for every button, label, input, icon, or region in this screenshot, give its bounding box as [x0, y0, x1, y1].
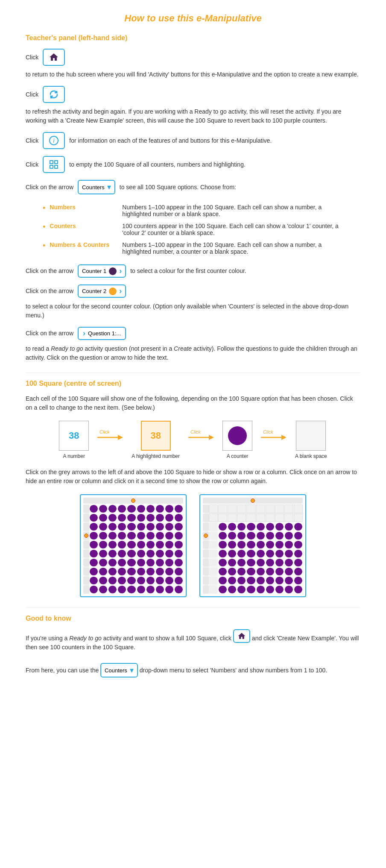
dot-cell	[118, 559, 126, 566]
dot-cell	[257, 577, 265, 584]
teachers-panel-heading: Teacher's panel (left-hand side)	[26, 34, 360, 42]
dot-cell	[118, 541, 126, 548]
grid-side-cell	[83, 531, 89, 540]
orange-dot-top-2	[251, 499, 255, 503]
grid-side-cell	[203, 585, 209, 594]
hidden-cell	[209, 567, 218, 576]
hidden-cell	[209, 585, 218, 594]
dot-cell	[99, 568, 107, 575]
dot-cell	[175, 559, 183, 566]
dot-cell	[90, 523, 98, 531]
empty-cell	[294, 513, 303, 522]
counter-dot	[228, 426, 247, 445]
blank-cell-demo: A blank space	[295, 421, 327, 459]
counters-dropdown[interactable]: Counters ▾	[78, 180, 115, 194]
dot-cell	[137, 505, 145, 513]
dot-cell	[257, 586, 265, 593]
grid-body-2	[203, 504, 303, 594]
counter2-button[interactable]: Counter 2 ›	[78, 284, 126, 298]
dot-cell	[156, 523, 164, 531]
grid-side-bar	[83, 504, 89, 594]
dot-cell	[228, 559, 236, 566]
hidden-cell	[209, 549, 218, 558]
dot-cell	[165, 577, 173, 584]
hidden-cell	[209, 540, 218, 549]
svg-rect-3	[55, 161, 58, 164]
dot-cell	[137, 514, 145, 522]
grid-side-cell	[203, 513, 209, 522]
empty-cell	[275, 513, 284, 522]
dot-cell	[108, 541, 117, 548]
dropdown-click-label: Click on the arrow	[26, 183, 73, 192]
dot-cell	[99, 541, 107, 548]
highlighted-label: A highlighted number	[132, 453, 180, 459]
dot-cell	[127, 550, 135, 557]
counters-dropdown-row: Click on the arrow Counters ▾ to see all…	[26, 180, 360, 194]
question-button[interactable]: › Question 1:...	[78, 327, 126, 340]
highlighted-value: 38	[150, 430, 161, 441]
highlighted-cell-demo: 38 A highlighted number	[132, 421, 180, 459]
dot-cell	[175, 505, 183, 513]
grid-side-cell	[83, 558, 89, 567]
dot-cell	[146, 577, 155, 584]
dot-cell	[294, 568, 302, 575]
grid-side-cell	[203, 531, 209, 540]
good-to-know-para2: From here, you can use the Counters ▾ dr…	[26, 663, 360, 677]
dot-cell	[285, 550, 293, 557]
counter2-label: Counter 2	[82, 288, 106, 294]
options-table: • Numbers Numbers 1–100 appear in the 10…	[43, 201, 360, 258]
dot-cell	[257, 541, 265, 548]
refresh-button[interactable]	[43, 86, 65, 103]
dot-cell	[237, 550, 246, 557]
counter1-button[interactable]: Counter 1 ›	[78, 264, 126, 278]
refresh-icon	[49, 89, 59, 100]
number-cell-demo: 38 A number	[59, 421, 89, 459]
dot-cell	[294, 541, 302, 548]
counter2-description: to select a colour for the second counte…	[26, 302, 360, 320]
dot-cell	[118, 514, 126, 522]
dot-cell	[127, 505, 135, 513]
dot-cell	[99, 505, 107, 513]
grid-body	[83, 504, 183, 594]
counters-dropdown-2[interactable]: Counters ▾	[100, 663, 138, 677]
dot-cell	[165, 523, 173, 531]
grids-illustration	[26, 494, 360, 597]
dot-cell	[257, 523, 265, 531]
info-button[interactable]: i	[43, 132, 65, 149]
dot-cell	[266, 559, 274, 566]
counter1-click-label: Click on the arrow	[26, 267, 73, 276]
dot-cell	[219, 523, 227, 531]
option-counters-label: Counters	[50, 223, 76, 229]
grid-icon	[49, 159, 59, 170]
empty-cell	[266, 504, 275, 513]
dot-cell	[137, 568, 145, 575]
home-icon-2	[237, 632, 246, 640]
dot-cell	[175, 586, 183, 593]
svg-text:i: i	[53, 138, 55, 144]
dot-cell	[156, 514, 164, 522]
dot-cell	[146, 532, 155, 540]
grid-side-cell	[203, 540, 209, 549]
option-numbers-desc: Numbers 1–100 appear in the 100 Square. …	[122, 204, 322, 217]
dot-cell	[156, 586, 164, 593]
dot-cell	[118, 505, 126, 513]
blank-label: A blank space	[295, 453, 327, 459]
empty-button[interactable]	[43, 156, 65, 173]
grid-top-bar-2	[203, 498, 303, 504]
home-icon	[49, 52, 59, 62]
home-button[interactable]	[43, 49, 65, 66]
empty-cell	[246, 504, 255, 513]
counter1-description: to select a colour for the first counter…	[130, 267, 246, 276]
svg-text:Click: Click	[263, 429, 273, 434]
svg-marker-14	[281, 435, 287, 440]
grid-side-cell	[203, 576, 209, 585]
dot-cell	[127, 541, 135, 548]
hundred-square-section: 100 Square (centre of screen) Each cell …	[26, 380, 360, 597]
grid-side-cell	[83, 540, 89, 549]
dot-cell	[127, 568, 135, 575]
empty-cell	[237, 504, 246, 513]
dot-cell	[237, 586, 246, 593]
option-counters-desc: 100 counters appear in the 100 Square. E…	[122, 223, 339, 236]
counter2-row: Click on the arrow Counter 2 › to select…	[26, 284, 360, 320]
dot-cell	[165, 550, 173, 557]
